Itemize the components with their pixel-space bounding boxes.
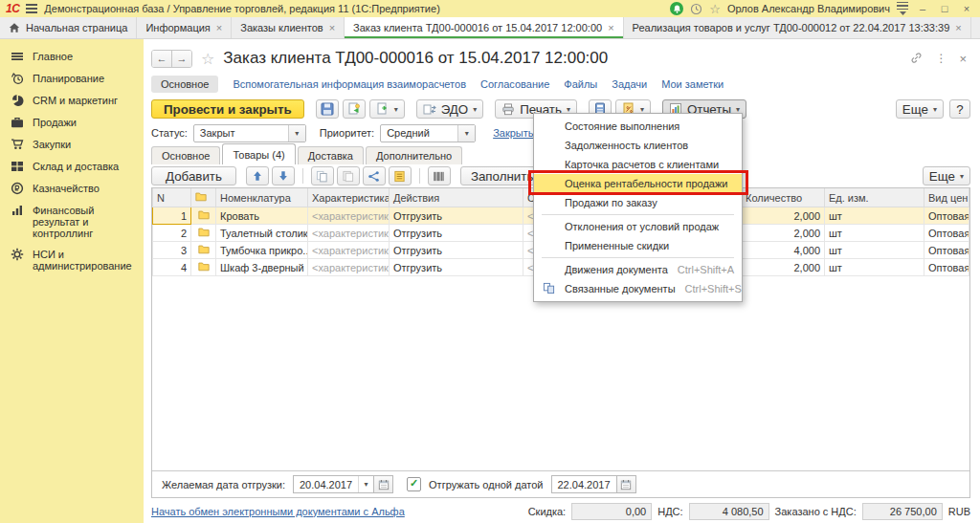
tab-goods[interactable]: Товары (4)	[222, 143, 295, 164]
post-document-button[interactable]	[343, 99, 366, 119]
close-tab-icon[interactable]: ×	[608, 22, 613, 33]
single-date-field[interactable]: 22.04.2017	[551, 475, 636, 493]
calendar-icon[interactable]	[616, 476, 635, 492]
cell-nomenclature[interactable]: Кровать	[216, 207, 308, 225]
col-n[interactable]: N	[153, 188, 191, 207]
post-and-close-button[interactable]: Провести и закрыть	[151, 99, 304, 119]
nav-item-main[interactable]: Основное	[151, 76, 218, 93]
sidebar-item-sales[interactable]: Продажи	[0, 112, 144, 134]
sidebar-item-crm-marketing[interactable]: CRM и маркетинг	[0, 90, 144, 112]
combo-caret-icon[interactable]: ▾	[358, 476, 373, 492]
shipping-date-value[interactable]: 20.04.2017	[294, 479, 358, 490]
move-down-button[interactable]	[272, 166, 295, 185]
items-more-button[interactable]: Еще ▾	[923, 166, 970, 185]
nav-item-approval[interactable]: Согласование	[480, 78, 549, 90]
menu-item-related-documents[interactable]: Связанные документы Ctrl+Shift+S	[534, 279, 742, 298]
close-form-icon[interactable]: ×	[959, 52, 967, 66]
cell-nomenclature[interactable]: Шкаф 3-дверный	[216, 259, 308, 276]
menu-item-sales-by-order[interactable]: Продажи по заказу	[534, 193, 742, 212]
cell-n[interactable]: 2	[153, 225, 191, 242]
forward-button[interactable]: →	[171, 51, 191, 67]
paste-row-button[interactable]	[337, 166, 360, 185]
col-characteristic[interactable]: Характеристика	[308, 188, 390, 207]
menu-item-document-movements[interactable]: Движения документа Ctrl+Shift+A	[534, 260, 742, 279]
cell-nomenclature[interactable]: Туалетный столик	[216, 225, 308, 242]
save-button[interactable]	[316, 99, 339, 119]
tab-home[interactable]: Начальная страница	[0, 17, 137, 38]
copy-row-button[interactable]	[311, 166, 334, 185]
add-row-button[interactable]: Добавить	[151, 166, 236, 185]
menu-item-customer-debt[interactable]: Задолженность клиентов	[534, 136, 742, 155]
shipping-date-field[interactable]: 20.04.2017 ▾	[293, 475, 393, 493]
current-user-name[interactable]: Орлов Александр Владимирович	[727, 3, 890, 14]
barcode-scan-button[interactable]	[428, 166, 451, 185]
main-menu-icon[interactable]	[26, 4, 37, 13]
cell-qty[interactable]: 4,000	[742, 242, 825, 259]
tab-customer-orders[interactable]: Заказы клиентов ×	[232, 17, 345, 38]
cell-characteristic[interactable]: <характеристики	[308, 225, 390, 242]
notifications-bell-icon[interactable]	[670, 2, 683, 15]
tab-goods-sale-td00-000012[interactable]: Реализация товаров и услуг ТД00-000012 о…	[624, 17, 971, 38]
back-button[interactable]: ←	[152, 51, 171, 67]
cell-action[interactable]: Отгрузить	[390, 242, 523, 259]
nav-item-tasks[interactable]: Задачи	[612, 78, 647, 90]
sidebar-item-planning[interactable]: Планирование	[0, 68, 144, 90]
cell-qty[interactable]: 2,000	[742, 225, 825, 242]
close-tab-icon[interactable]: ×	[329, 22, 335, 33]
cell-action[interactable]: Отгрузить	[390, 225, 523, 242]
history-clock-icon[interactable]	[690, 3, 702, 15]
favorite-star-icon[interactable]: ☆	[201, 50, 214, 68]
move-up-button[interactable]	[246, 166, 269, 185]
maximize-button[interactable]: □	[937, 3, 952, 14]
menu-item-applied-discounts[interactable]: Примененные скидки	[534, 236, 742, 255]
cell-price-type[interactable]: Оптовая	[924, 225, 969, 242]
cell-unit[interactable]: шт	[825, 225, 924, 242]
calendar-icon[interactable]	[373, 476, 392, 492]
service-settings-icon[interactable]	[897, 2, 908, 16]
col-unit[interactable]: Ед. изм.	[825, 188, 924, 207]
cell-qty[interactable]: 2,000	[742, 259, 825, 276]
cell-qty[interactable]: 2,000	[742, 207, 825, 225]
cell-n[interactable]: 3	[153, 242, 191, 259]
col-price-type[interactable]: Вид цен	[924, 188, 969, 207]
single-date-checkbox[interactable]: ✓	[407, 477, 421, 491]
menu-item-settlement-card[interactable]: Карточка расчетов с клиентами	[534, 155, 742, 174]
sidebar-item-master-data-admin[interactable]: НСИ и администрирование	[0, 244, 144, 276]
cell-characteristic[interactable]: <характеристики	[308, 207, 390, 225]
favorites-star-icon[interactable]: ☆	[709, 2, 721, 16]
combo-caret-icon[interactable]: ▾	[288, 125, 305, 142]
menu-item-sales-profitability-estimate[interactable]: Оценка рентабельности продажи	[534, 174, 742, 193]
sidebar-item-financial-result[interactable]: Финансовый результат и контроллинг	[0, 200, 144, 244]
col-nomenclature[interactable]: Номенклатура	[216, 188, 308, 207]
help-button[interactable]: ?	[949, 99, 970, 119]
close-tab-icon[interactable]: ×	[216, 22, 222, 33]
sidebar-item-treasury[interactable]: Казначейство	[0, 178, 144, 200]
menu-item-execution-status[interactable]: Состояние выполнения	[534, 117, 742, 136]
cell-price-type[interactable]: Оптовая	[924, 207, 969, 225]
cell-n[interactable]: 4	[153, 259, 191, 276]
priority-combo[interactable]: Средний ▾	[380, 124, 476, 142]
cell-unit[interactable]: шт	[825, 207, 924, 225]
single-date-value[interactable]: 22.04.2017	[552, 479, 616, 490]
tab-customer-order-td00-000016[interactable]: Заказ клиента ТД00-000016 от 15.04.2017 …	[345, 17, 624, 38]
cell-characteristic[interactable]: <характеристики	[308, 242, 390, 259]
tab-additional[interactable]: Дополнительно	[366, 146, 462, 164]
sidebar-item-purchases[interactable]: Закупки	[0, 134, 144, 156]
cell-unit[interactable]: шт	[825, 242, 924, 259]
edi-exchange-link[interactable]: Начать обмен электронными документами с …	[151, 506, 405, 517]
minimize-button[interactable]: –	[915, 3, 930, 14]
menu-item-sales-condition-deviations[interactable]: Отклонения от условий продаж	[534, 217, 742, 236]
close-window-button[interactable]: ×	[959, 3, 974, 14]
nav-item-my-notes[interactable]: Мои заметки	[661, 78, 724, 90]
more-actions-icon[interactable]: ⋮	[935, 52, 947, 65]
nav-item-settlement-info[interactable]: Вспомогательная информация взаиморасчето…	[233, 78, 466, 90]
share-rows-button[interactable]	[363, 166, 386, 185]
cell-price-type[interactable]: Оптовая	[924, 259, 969, 276]
cell-n[interactable]: 1	[153, 207, 191, 225]
get-link-icon[interactable]	[910, 52, 923, 66]
cell-unit[interactable]: шт	[825, 259, 924, 276]
excel-export-button[interactable]	[389, 166, 412, 185]
tab-main[interactable]: Основное	[151, 146, 220, 164]
col-qty[interactable]: Количество	[742, 188, 825, 207]
edo-button[interactable]: ЭДО ▾	[416, 99, 484, 119]
